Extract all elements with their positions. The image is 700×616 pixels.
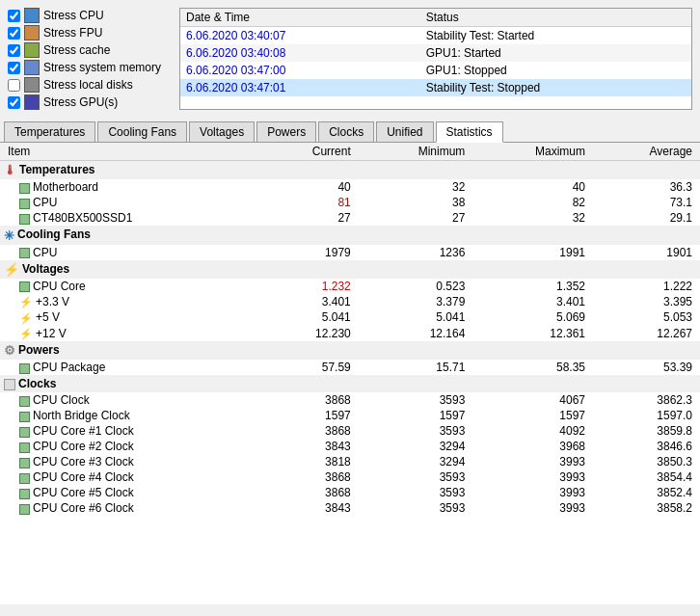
section-header-temperatures: 🌡Temperatures	[0, 161, 700, 180]
item-maximum: 3993	[472, 485, 593, 500]
item-maximum: 3.401	[472, 294, 593, 309]
table-row[interactable]: CPU Clock3868359340673862.3	[0, 392, 700, 408]
table-row[interactable]: ⚡+3.3 V3.4013.3793.4013.395	[0, 294, 700, 309]
item-current: 3.401	[259, 294, 359, 309]
tab-temperatures[interactable]: Temperatures	[4, 121, 95, 142]
item-average: 36.3	[593, 179, 700, 195]
stress-checkbox-cache[interactable]	[8, 44, 20, 57]
item-name: Motherboard	[0, 179, 259, 195]
stress-icon-gpu	[24, 94, 40, 110]
voltage-icon: ⚡	[4, 262, 19, 277]
item-sq-icon	[19, 363, 30, 374]
item-maximum: 12.361	[472, 326, 593, 341]
item-name: CPU Core #6 Clock	[0, 500, 259, 516]
stress-icon-memory	[24, 60, 40, 75]
clock-icon	[4, 379, 15, 390]
col-header-maximum: Maximum	[472, 143, 593, 161]
tab-statistics[interactable]: Statistics	[436, 121, 503, 143]
stress-checkbox-fpu[interactable]	[8, 27, 20, 40]
log-datetime: 6.06.2020 03:40:07	[180, 27, 420, 45]
log-datetime: 6.06.2020 03:47:00	[180, 62, 420, 79]
item-maximum: 82	[472, 195, 593, 210]
item-current: 3843	[259, 439, 359, 454]
item-maximum: 3993	[472, 500, 593, 516]
item-average: 3859.8	[593, 423, 700, 439]
item-sq-icon	[19, 199, 30, 209]
item-minimum: 38	[359, 195, 473, 210]
item-maximum: 58.35	[472, 360, 593, 375]
table-row[interactable]: CPU81388273.1	[0, 195, 700, 210]
stress-option-memory: Stress system memory	[8, 60, 172, 75]
tab-voltages[interactable]: Voltages	[189, 121, 255, 142]
table-row[interactable]: CPU Core #6 Clock3843359339933858.2	[0, 500, 700, 516]
volt-icon: ⚡	[19, 328, 33, 339]
thermo-icon: 🌡	[4, 163, 16, 177]
item-minimum: 3593	[359, 469, 473, 485]
item-name: CPU Core #2 Clock	[0, 439, 259, 454]
log-row[interactable]: 6.06.2020 03:40:08GPU1: Started	[180, 44, 691, 62]
item-current: 3868	[259, 469, 359, 485]
item-minimum: 12.164	[359, 326, 473, 341]
item-minimum: 3294	[359, 454, 473, 469]
tab-cooling-fans[interactable]: Cooling Fans	[97, 121, 187, 142]
item-maximum: 1.352	[472, 279, 593, 294]
stress-icon-disks	[24, 77, 40, 93]
item-current: 3868	[259, 485, 359, 500]
table-row[interactable]: CPU Core #4 Clock3868359339933854.4	[0, 469, 700, 485]
item-sq-icon	[19, 489, 30, 499]
item-minimum: 3593	[359, 423, 473, 439]
item-minimum: 3593	[359, 500, 473, 516]
main-table-container: ItemCurrentMinimumMaximumAverage 🌡Temper…	[0, 143, 700, 604]
power-icon: ⚙	[4, 343, 15, 358]
item-name: CT480BX500SSD1	[0, 210, 259, 226]
table-row[interactable]: CPU Core #5 Clock3868359339933852.4	[0, 485, 700, 500]
log-status: Stability Test: Stopped	[420, 79, 691, 96]
item-sq-icon	[19, 504, 30, 515]
item-sq-icon	[19, 442, 30, 453]
item-current: 5.041	[259, 309, 359, 325]
stress-checkbox-cpu[interactable]	[8, 10, 20, 22]
section-label: Voltages	[22, 262, 69, 276]
item-average: 1901	[593, 245, 700, 260]
item-average: 1.222	[593, 279, 700, 294]
table-row[interactable]: Motherboard40324036.3	[0, 179, 700, 195]
log-row[interactable]: 6.06.2020 03:40:07Stability Test: Starte…	[180, 27, 691, 45]
table-row[interactable]: CPU Core1.2320.5231.3521.222	[0, 279, 700, 294]
stress-options: Stress CPUStress FPUStress cacheStress s…	[8, 8, 172, 110]
tab-unified[interactable]: Unified	[376, 121, 433, 142]
stress-checkbox-disks[interactable]	[8, 79, 20, 92]
fan-icon: ✳	[4, 228, 14, 243]
item-name: CPU Core	[0, 279, 259, 294]
log-datetime: 6.06.2020 03:40:08	[180, 44, 420, 62]
tab-clocks[interactable]: Clocks	[318, 121, 374, 142]
tabs-bar: TemperaturesCooling FansVoltagesPowersCl…	[0, 118, 700, 143]
item-average: 3862.3	[593, 392, 700, 408]
item-minimum: 5.041	[359, 309, 473, 325]
stress-option-cpu: Stress CPU	[8, 8, 172, 23]
item-current: 3818	[259, 454, 359, 469]
section-label: Temperatures	[19, 163, 94, 176]
item-current: 57.59	[259, 360, 359, 375]
log-row[interactable]: 6.06.2020 03:47:01Stability Test: Stoppe…	[180, 79, 691, 96]
stress-checkbox-gpu[interactable]	[8, 96, 20, 109]
table-row[interactable]: CPU Core #1 Clock3868359340923859.8	[0, 423, 700, 439]
item-name: CPU Package	[0, 360, 259, 375]
stress-option-gpu: Stress GPU(s)	[8, 94, 172, 110]
table-row[interactable]: CPU1979123619911901	[0, 245, 700, 260]
table-row[interactable]: CPU Core #2 Clock3843329439683846.6	[0, 439, 700, 454]
section-header-voltages: ⚡Voltages	[0, 260, 700, 279]
item-name: North Bridge Clock	[0, 408, 259, 423]
table-row[interactable]: CPU Core #3 Clock3818329439933850.3	[0, 454, 700, 469]
table-row[interactable]: ⚡+12 V12.23012.16412.36112.267	[0, 326, 700, 341]
log-table: Date & Time Status 6.06.2020 03:40:07Sta…	[179, 8, 692, 110]
log-row[interactable]: 6.06.2020 03:47:00GPU1: Stopped	[180, 62, 691, 79]
table-row[interactable]: North Bridge Clock1597159715971597.0	[0, 408, 700, 423]
item-name: CPU	[0, 245, 259, 260]
table-row[interactable]: CT480BX500SSD127273229.1	[0, 210, 700, 226]
tab-powers[interactable]: Powers	[256, 121, 316, 142]
table-row[interactable]: ⚡+5 V5.0415.0415.0695.053	[0, 309, 700, 325]
table-row[interactable]: CPU Package57.5915.7158.3553.39	[0, 360, 700, 375]
section-label: Powers	[18, 343, 60, 357]
stress-checkbox-memory[interactable]	[8, 62, 20, 74]
item-name: CPU Core #1 Clock	[0, 423, 259, 439]
